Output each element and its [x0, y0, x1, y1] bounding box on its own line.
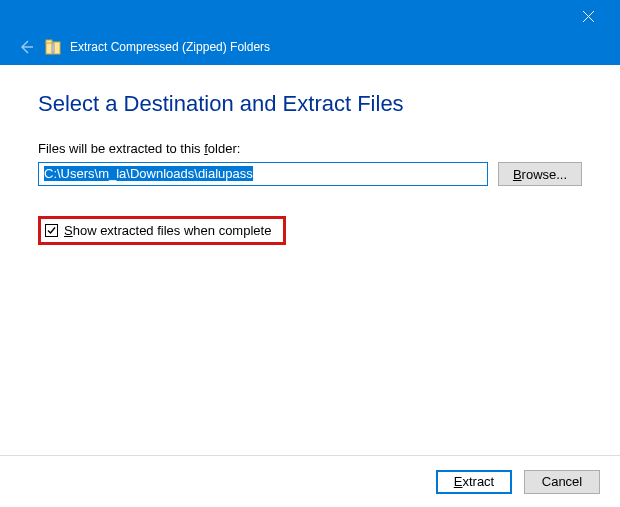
- show-extracted-highlight: Show extracted files when complete: [38, 216, 286, 245]
- dialog-footer: Extract Cancel: [0, 455, 620, 507]
- back-arrow-icon: [18, 39, 34, 55]
- extract-button[interactable]: Extract: [436, 470, 512, 494]
- wizard-title: Extract Compressed (Zipped) Folders: [70, 40, 270, 54]
- titlebar: Extract Compressed (Zipped) Folders: [0, 0, 620, 65]
- close-button[interactable]: [568, 4, 608, 28]
- show-extracted-checkbox[interactable]: [45, 224, 58, 237]
- checkmark-icon: [46, 225, 57, 236]
- close-icon: [583, 11, 594, 22]
- svg-rect-4: [52, 43, 54, 53]
- show-extracted-label: Show extracted files when complete: [64, 223, 271, 238]
- selected-path-text: C:\Users\m_la\Downloads\dialupass: [44, 166, 253, 181]
- zip-folder-icon: [44, 37, 62, 57]
- content-area: Select a Destination and Extract Files F…: [0, 65, 620, 455]
- folder-label: Files will be extracted to this folder:: [38, 141, 582, 156]
- destination-path-input[interactable]: C:\Users\m_la\Downloads\dialupass: [38, 162, 488, 186]
- back-button: [16, 37, 36, 57]
- svg-rect-3: [46, 40, 52, 43]
- page-heading: Select a Destination and Extract Files: [38, 91, 582, 117]
- cancel-button[interactable]: Cancel: [524, 470, 600, 494]
- browse-button[interactable]: Browse...: [498, 162, 582, 186]
